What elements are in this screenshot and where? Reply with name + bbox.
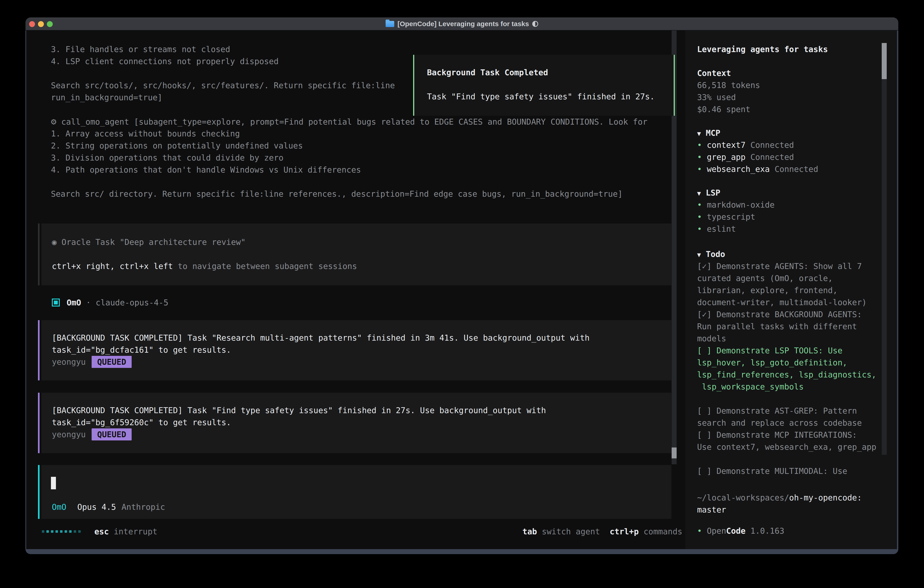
status-badge: QUEUED bbox=[92, 428, 132, 441]
message-text: [BACKGROUND TASK COMPLETED] Task "Find t… bbox=[52, 404, 672, 416]
bullet-icon: • bbox=[697, 526, 707, 535]
git-branch: master bbox=[697, 504, 893, 516]
message-text: task_id="bg_dcfac161" to get results. bbox=[52, 344, 672, 356]
status-badge: QUEUED bbox=[92, 356, 132, 368]
oracle-task-box: ◉ Oracle Task "Deep architecture review"… bbox=[41, 223, 672, 285]
path-prefix: ~/local-workspaces/ bbox=[697, 493, 789, 502]
context-spent: $0.46 spent bbox=[697, 103, 893, 115]
message-accent-bar bbox=[38, 393, 40, 453]
message-text: [BACKGROUND TASK COMPLETED] Task "Resear… bbox=[52, 332, 672, 344]
todo-header[interactable]: ▼ Todo bbox=[697, 248, 893, 260]
message-text: task_id="bg_6f59260c" to get results. bbox=[52, 416, 672, 428]
lsp-item: • typescript bbox=[697, 211, 893, 223]
todo-line: document-writer, multimodal-looker) bbox=[697, 296, 893, 308]
mcp-status: Connected bbox=[746, 140, 794, 150]
lsp-section: ▼ LSP • markdown-oxide • typescript • es… bbox=[697, 187, 893, 235]
input-footer: OmOOpus 4.5Anthropic bbox=[52, 501, 165, 513]
context-header: Context bbox=[697, 67, 893, 79]
todo-section: ▼ Todo [✓] Demonstrate AGENTS: Show all … bbox=[697, 248, 893, 477]
sidebar-scrollbar-thumb[interactable] bbox=[882, 43, 887, 79]
window-bottom-strip bbox=[25, 549, 898, 554]
toast-body: Task "Find type safety issues" finished … bbox=[427, 91, 674, 102]
scrollback-line: Search src/ directory. Return specific f… bbox=[51, 188, 672, 200]
oracle-task-hint: ctrl+x right, ctrl+x left to navigate be… bbox=[52, 260, 672, 272]
oracle-task-accent-bar bbox=[38, 223, 40, 285]
folder-icon bbox=[386, 21, 394, 27]
bullet-icon: • bbox=[697, 152, 707, 162]
context-section: Context 66,518 tokens 33% used $0.46 spe… bbox=[697, 67, 893, 115]
lsp-item: • eslint bbox=[697, 223, 893, 235]
titlebar: [OpenCode] Leveraging agents for tasks bbox=[25, 18, 898, 30]
background-task-message: [BACKGROUND TASK COMPLETED] Task "Find t… bbox=[41, 393, 672, 453]
todo-line-active: lsp_hover, lsp_goto_definition, bbox=[697, 357, 893, 368]
message-meta: yeongyuQUEUED bbox=[52, 356, 672, 368]
background-task-message: [BACKGROUND TASK COMPLETED] Task "Resear… bbox=[41, 320, 672, 380]
bullet-icon: • bbox=[697, 164, 707, 174]
statusbar-left: esc interrupt bbox=[42, 525, 157, 537]
scrollback-line: 3. File handles or streams not closed bbox=[51, 43, 672, 55]
mcp-item: • grep_app Connected bbox=[697, 151, 893, 163]
lsp-item: • markdown-oxide bbox=[697, 199, 893, 211]
tool-call-text: call_omo_agent [subagent_type=explore, p… bbox=[56, 117, 647, 126]
input-provider: Anthropic bbox=[121, 502, 165, 512]
window-edge-left bbox=[25, 30, 26, 549]
desktop: [OpenCode] Leveraging agents for tasks 3… bbox=[0, 0, 924, 588]
window-title: [OpenCode] Leveraging agents for tasks bbox=[398, 20, 529, 28]
tab-key-label: switch agent bbox=[537, 527, 610, 536]
context-tokens: 66,518 tokens bbox=[697, 79, 893, 91]
toast-title: Background Task Completed bbox=[427, 66, 674, 78]
app-version: • OpenCode 1.0.163 bbox=[697, 525, 893, 537]
scrollback-line: 1. Array access without bounds checking bbox=[51, 127, 672, 140]
todo-line: [✓] Demonstrate AGENTS: Show all 7 bbox=[697, 260, 893, 272]
todo-line: [ ] Demonstrate MULTIMODAL: Use bbox=[697, 465, 893, 477]
blank-line bbox=[697, 453, 893, 465]
chat-scrollbar-thumb[interactable] bbox=[672, 448, 676, 458]
input-accent-bar bbox=[38, 465, 40, 519]
blank-line bbox=[427, 78, 674, 91]
todo-line: [✓] Demonstrate BACKGROUND AGENTS: bbox=[697, 308, 893, 320]
scrollback-line-tool-call: ⚙ call_omo_agent [subagent_type=explore,… bbox=[51, 116, 672, 127]
prompt-input[interactable]: OmOOpus 4.5Anthropic bbox=[41, 465, 672, 519]
sidebar-scrollbar[interactable] bbox=[882, 43, 887, 455]
collapse-triangle-icon: ▼ bbox=[697, 130, 701, 137]
message-meta: yeongyuQUEUED bbox=[52, 428, 672, 441]
mcp-item: • websearch_exa Connected bbox=[697, 163, 893, 175]
bullet-icon: • bbox=[697, 200, 707, 210]
mcp-header[interactable]: ▼ MCP bbox=[697, 127, 893, 139]
input-agent-name[interactable]: OmO bbox=[52, 502, 66, 512]
scrollback-line: 4. Path operations that don't handle Win… bbox=[51, 164, 672, 176]
scrollback-line: 2. String operations on potentially unde… bbox=[51, 140, 672, 152]
lsp-header[interactable]: ▼ LSP bbox=[697, 187, 893, 199]
shortcut-hint: to navigate between subagent sessions bbox=[173, 261, 357, 271]
workspace-path: ~/local-workspaces/oh-my-opencode: maste… bbox=[697, 492, 893, 516]
spinner-dots-icon bbox=[42, 530, 81, 533]
scrollback-line bbox=[51, 176, 672, 188]
todo-line: curated agents (OmO, oracle, bbox=[697, 272, 893, 284]
mcp-item: • context7 Connected bbox=[697, 139, 893, 151]
message-author: yeongyu bbox=[52, 357, 86, 367]
background-task-toast: Background Task Completed Task "Find typ… bbox=[413, 55, 675, 116]
blank-line bbox=[697, 393, 893, 405]
mcp-status: Connected bbox=[746, 152, 794, 162]
statusbar-right: tab switch agent ctrl+p commands bbox=[523, 525, 682, 537]
path-repo: oh-my-opencode: bbox=[789, 493, 862, 502]
mcp-status: Connected bbox=[770, 164, 818, 174]
todo-line: librarian, explore, frontend, bbox=[697, 284, 893, 296]
collapse-triangle-icon: ▼ bbox=[697, 251, 701, 259]
collapse-triangle-icon: ▼ bbox=[697, 190, 701, 197]
fisheye-icon: ◉ bbox=[52, 237, 57, 247]
scrollback-line: 3. Division operations that could divide… bbox=[51, 152, 672, 164]
todo-line: [ ] Demonstrate MCP INTEGRATIONS: bbox=[697, 429, 893, 441]
text-cursor bbox=[51, 477, 56, 489]
gear-icon: ⚙ bbox=[51, 116, 56, 127]
todo-line-active: lsp_workspace_symbols bbox=[697, 381, 893, 393]
blank-line bbox=[52, 248, 672, 260]
esc-key-label: interrupt bbox=[109, 527, 157, 536]
message-author: yeongyu bbox=[52, 430, 86, 439]
half-circle-icon bbox=[532, 21, 538, 27]
todo-line-active: [ ] Demonstrate LSP TOOLS: Use bbox=[697, 345, 893, 357]
todo-line: Use context7, websearch_exa, grep_app bbox=[697, 441, 893, 453]
shortcut-keys: ctrl+x right, ctrl+x left bbox=[52, 261, 173, 271]
input-model: Opus 4.5 bbox=[77, 502, 116, 512]
agent-heading: OmO · claude-opus-4-5 bbox=[52, 297, 168, 309]
